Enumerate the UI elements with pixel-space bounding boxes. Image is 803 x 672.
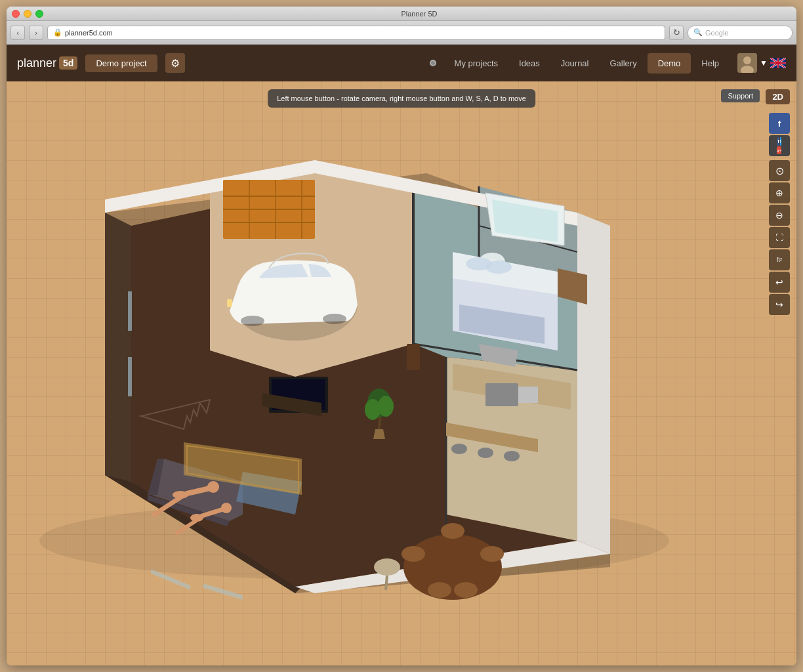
floorplan-3d-view[interactable] [20,94,689,620]
main-nav: My projects Ideas Journal Gallery Demo H… [444,53,730,74]
svg-point-55 [403,534,502,600]
svg-point-39 [323,314,346,324]
svg-point-66 [378,396,394,417]
svg-point-1 [743,56,751,64]
svg-marker-27 [577,213,610,554]
settings-button[interactable]: ⚙ [165,53,185,73]
svg-point-59 [454,582,478,598]
minimize-button[interactable] [24,10,31,18]
svg-point-56 [402,546,425,562]
back-button[interactable]: ‹ [10,26,25,40]
nav-demo[interactable]: Demo [648,53,691,74]
status-dot [430,60,436,66]
browser-window: Planner 5D ‹ › 🔒 planner5d.com ↻ 🔍 Googl… [7,7,796,665]
svg-rect-71 [518,387,538,403]
avatar-area: ▼ [737,53,786,73]
right-toolbar: f f t g+ ⊙ ⊕ ⊖ ⛶ ft² ↩ ↪ [769,113,790,315]
zoom-in-button[interactable]: ⊕ [769,182,790,203]
title-bar: Planner 5D [7,7,796,21]
nav-journal[interactable]: Journal [550,53,600,74]
svg-point-48 [207,481,219,493]
svg-point-93 [504,451,520,461]
logo: planner 5d [17,56,77,70]
redo-button[interactable]: ↪ [769,294,790,315]
units-button[interactable]: ft² [769,249,790,270]
svg-rect-40 [227,299,232,307]
svg-rect-85 [407,344,420,370]
nav-help[interactable]: Help [691,53,730,74]
forward-button[interactable]: › [29,26,43,40]
app-header: planner 5d Demo project ⚙ My projects Id… [7,45,796,81]
svg-point-57 [480,546,504,562]
nav-ideas[interactable]: Ideas [508,53,550,74]
dropdown-arrow[interactable]: ▼ [760,58,768,68]
svg-point-61 [374,558,400,576]
nav-my-projects[interactable]: My projects [444,53,508,74]
svg-line-62 [386,576,387,590]
svg-marker-84 [203,583,243,600]
maximize-button[interactable] [35,10,43,18]
svg-point-60 [441,523,464,539]
camera-button[interactable]: ⊙ [769,160,790,181]
tooltip-box: Left mouse button - rotate camera, right… [268,89,535,108]
logo-5d-text: 5d [59,56,77,70]
svg-rect-69 [485,383,518,406]
svg-point-78 [485,261,512,274]
main-canvas[interactable]: Left mouse button - rotate camera, right… [7,81,796,665]
search-field[interactable]: 🔍 Google [688,26,793,40]
svg-point-92 [478,448,493,458]
fullscreen-button[interactable]: ⛶ [769,227,790,248]
undo-button[interactable]: ↩ [769,272,790,293]
language-flag[interactable] [770,58,786,68]
address-field[interactable]: 🔒 planner5d.com [47,26,665,40]
svg-point-91 [451,444,467,454]
svg-rect-81 [128,291,132,331]
window-title: Planner 5D [47,10,791,18]
svg-point-38 [241,316,264,326]
avatar[interactable] [737,53,757,73]
svg-rect-82 [128,357,132,396]
nav-gallery[interactable]: Gallery [599,53,647,74]
zoom-out-button[interactable]: ⊖ [769,205,790,226]
svg-point-58 [428,582,451,598]
project-name-button[interactable]: Demo project [85,54,157,72]
facebook-button[interactable]: f [769,113,790,134]
close-button[interactable] [12,10,20,18]
refresh-button[interactable]: ↻ [669,26,684,40]
logo-planner-text: planner [17,56,56,70]
twitter-button[interactable]: f t g+ [769,135,790,156]
view-2d-button[interactable]: 2D [766,89,790,104]
svg-marker-14 [105,213,131,488]
svg-point-65 [365,399,381,420]
support-button[interactable]: Support [721,89,760,102]
gear-icon: ⚙ [171,57,180,70]
address-bar-row: ‹ › 🔒 planner5d.com ↻ 🔍 Google [7,21,796,45]
svg-marker-67 [373,429,385,439]
svg-point-52 [221,503,232,513]
